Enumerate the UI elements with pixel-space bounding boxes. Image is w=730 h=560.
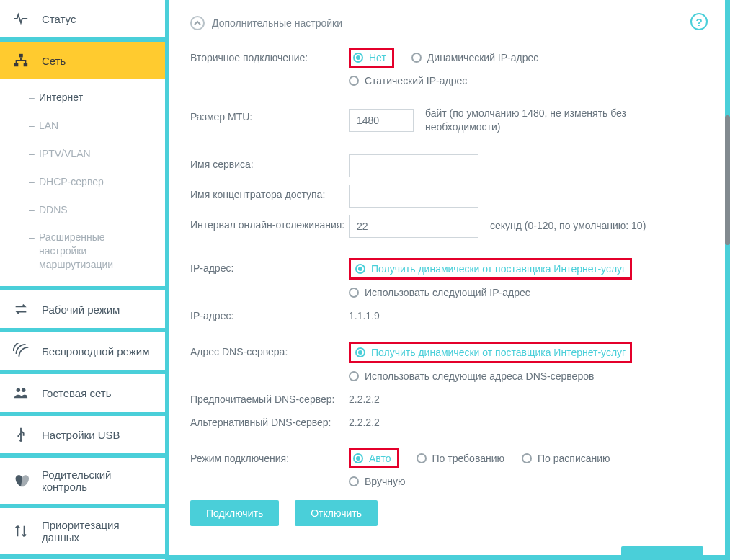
row-secondary-conn: Вторичное подключение: Нет Динамический … — [190, 48, 703, 86]
radio-secondary-statip[interactable]: Статический IP-адрес — [349, 75, 467, 86]
radio-dns-static[interactable]: Использовать следующие адреса DNS-сервер… — [349, 370, 632, 382]
row-dns-mode: Адрес DNS-сервера: Получить динамически … — [190, 342, 703, 382]
advanced-label: Дополнительные настройки — [212, 17, 342, 29]
radio-label: Нет — [369, 52, 386, 63]
radio-conn-ondemand[interactable]: По требованию — [417, 448, 505, 468]
label-connmode: Режим подключения: — [190, 448, 349, 464]
label-dns: Адрес DNS-сервера: — [190, 342, 349, 357]
sub-internet[interactable]: Интернет — [0, 84, 165, 112]
radio-label: По требованию — [432, 453, 505, 464]
label-dns1: Предпочитаемый DNS-сервер: — [190, 389, 349, 405]
sub-dhcp[interactable]: DHCP-сервер — [0, 168, 165, 196]
nav-parental[interactable]: Родительский контроль — [0, 458, 165, 504]
dns2-value: 2.2.2.2 — [349, 412, 380, 428]
scrollbar[interactable] — [725, 115, 730, 245]
nav-wireless[interactable]: Беспроводной режим — [0, 332, 165, 370]
hint-mtu: байт (по умолчанию 1480, не изменять без… — [425, 107, 641, 134]
help-icon[interactable]: ? — [690, 13, 708, 30]
nav-label: Родительский контроль — [42, 468, 152, 493]
svg-point-3 — [17, 388, 20, 393]
radio-label: Авто — [369, 453, 391, 464]
swap-icon — [13, 301, 29, 317]
label-tracking: Интервал онлайн-отслеживания: — [190, 215, 349, 231]
sub-ddns[interactable]: DDNS — [0, 196, 165, 224]
nav-qos[interactable]: Приоритезация данных — [0, 508, 165, 554]
submenu-network: Интернет LAN IPTV/VLAN DHCP-сервер DDNS … — [0, 79, 165, 286]
save-button[interactable]: Сохранить — [621, 546, 703, 555]
radio-label: Получить динамически от поставщика Интер… — [371, 347, 626, 358]
connect-button[interactable]: Подключить — [190, 500, 279, 526]
sub-routing[interactable]: Расширенные настройки маршрутизации — [0, 223, 165, 279]
nav-network[interactable]: Сеть — [0, 42, 165, 79]
nav-usb[interactable]: Настройки USB — [0, 416, 165, 453]
nav-guest[interactable]: Гостевая сеть — [0, 374, 165, 412]
nav-label: Настройки USB — [42, 429, 120, 441]
row-ip-mode: IP-адрес: Получить динамически от постав… — [190, 258, 703, 298]
label-dns2: Альтернативный DNS-сервер: — [190, 412, 349, 428]
dns1-value: 2.2.2.2 — [349, 389, 380, 405]
row-dns2: Альтернативный DNS-сервер: 2.2.2.2 — [190, 412, 703, 428]
label-secondary: Вторичное подключение: — [190, 48, 349, 63]
nav-label: Беспроводной режим — [42, 345, 149, 357]
radio-ip-dynamic[interactable]: Получить динамически от поставщика Интер… — [355, 263, 626, 275]
users-icon — [13, 385, 29, 401]
connect-buttons: Подключить Отключить — [190, 500, 703, 526]
chevron-up-icon — [190, 16, 205, 30]
radio-label: Использовать следующий IP-адрес — [365, 287, 530, 298]
ip-value: 1.1.1.9 — [349, 306, 380, 321]
radio-label: Статический IP-адрес — [365, 75, 467, 86]
label-ip: IP-адрес: — [190, 258, 349, 274]
sub-lan[interactable]: LAN — [0, 112, 165, 140]
svg-point-4 — [22, 388, 25, 393]
radio-dns-dynamic[interactable]: Получить динамически от поставщика Интер… — [355, 347, 626, 358]
radio-label: По расписанию — [538, 453, 610, 464]
radio-conn-schedule[interactable]: По расписанию — [522, 448, 610, 468]
network-icon — [13, 53, 29, 68]
svg-point-5 — [19, 440, 22, 443]
radio-secondary-dynip[interactable]: Динамический IP-адрес — [411, 48, 538, 68]
priority-icon — [13, 523, 29, 539]
row-connmode: Режим подключения: Авто По требованию По… — [190, 448, 703, 487]
row-tracking: Интервал онлайн-отслеживания: секунд (0-… — [190, 215, 703, 238]
label-concentrator: Имя концентратора доступа: — [190, 185, 349, 200]
disconnect-button[interactable]: Отключить — [295, 500, 378, 526]
nav-status[interactable]: Статус — [0, 0, 165, 37]
radio-label: Вручную — [365, 476, 406, 487]
label-service: Имя сервиса: — [190, 154, 349, 170]
nav-label: Приоритезация данных — [42, 519, 152, 543]
sub-iptv[interactable]: IPTV/VLAN — [0, 140, 165, 168]
label-ipval: IP-адрес: — [190, 306, 349, 321]
advanced-settings-toggle[interactable]: Дополнительные настройки — [190, 16, 703, 30]
service-input[interactable] — [349, 154, 478, 177]
mtu-input[interactable] — [349, 109, 414, 132]
tracking-input[interactable] — [349, 215, 478, 238]
radio-label: Получить динамически от поставщика Интер… — [371, 263, 626, 275]
radio-label: Динамический IP-адрес — [427, 52, 538, 63]
heart-icon — [13, 473, 29, 489]
svg-rect-0 — [19, 54, 23, 58]
nav-label: Статус — [42, 13, 76, 25]
nav-label: Сеть — [42, 55, 66, 67]
row-concentrator: Имя концентратора доступа: — [190, 185, 703, 208]
row-service: Имя сервиса: — [190, 154, 703, 177]
usb-icon — [13, 427, 29, 443]
hint-tracking: секунд (0-120, по умолчанию: 10) — [490, 219, 646, 233]
sidebar: Статус Сеть Интернет LAN IPTV/VLAN DHCP-… — [0, 0, 169, 560]
pulse-icon — [13, 11, 29, 27]
radio-conn-manual[interactable]: Вручную — [349, 476, 406, 487]
nav-workmode[interactable]: Рабочий режим — [0, 290, 165, 328]
svg-rect-2 — [24, 63, 27, 67]
row-dns1: Предпочитаемый DNS-сервер: 2.2.2.2 — [190, 389, 703, 405]
radio-secondary-no[interactable]: Нет — [353, 52, 386, 63]
row-mtu: Размер MTU: байт (по умолчанию 1480, не … — [190, 107, 703, 134]
svg-rect-1 — [14, 63, 19, 67]
label-mtu: Размер MTU: — [190, 107, 349, 123]
row-ip-value: IP-адрес: 1.1.1.9 — [190, 306, 703, 321]
nav-label: Гостевая сеть — [42, 387, 111, 399]
radio-conn-auto[interactable]: Авто — [353, 453, 391, 464]
concentrator-input[interactable] — [349, 185, 478, 208]
radio-ip-static[interactable]: Использовать следующий IP-адрес — [349, 287, 632, 298]
radio-label: Использовать следующие адреса DNS-сервер… — [365, 370, 594, 382]
nav-label: Рабочий режим — [42, 303, 120, 316]
content-panel: ? Дополнительные настройки Вторичное под… — [169, 0, 725, 555]
